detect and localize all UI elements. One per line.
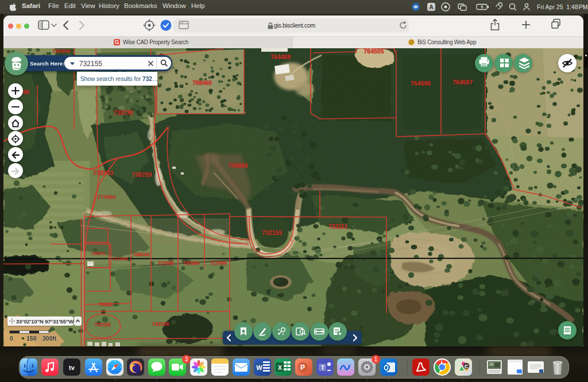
svg-text:732152: 732152 bbox=[95, 322, 111, 327]
svg-text:758868: 758868 bbox=[229, 163, 248, 169]
svg-text:A: A bbox=[429, 4, 433, 10]
svg-text:730284: 730284 bbox=[183, 260, 200, 266]
svg-text:P: P bbox=[300, 364, 305, 372]
svg-text:732151: 732151 bbox=[328, 223, 348, 230]
svg-text:tv: tv bbox=[69, 364, 75, 371]
svg-text:764596: 764596 bbox=[411, 80, 431, 87]
svg-text:T: T bbox=[321, 365, 324, 371]
svg-text:X: X bbox=[278, 364, 283, 371]
svg-text:777064: 777064 bbox=[97, 194, 115, 200]
svg-text:738743: 738743 bbox=[93, 169, 113, 176]
svg-text:764597: 764597 bbox=[452, 79, 473, 86]
svg-text:W: W bbox=[256, 364, 262, 371]
svg-text:738738: 738738 bbox=[114, 110, 133, 116]
svg-text:150: 150 bbox=[26, 335, 37, 342]
svg-text:764489: 764489 bbox=[270, 53, 291, 60]
svg-text:717069: 717069 bbox=[210, 260, 227, 266]
svg-text:730976: 730976 bbox=[91, 251, 105, 256]
svg-text:300ft: 300ft bbox=[42, 335, 57, 342]
svg-text:A-37: A-37 bbox=[345, 264, 355, 270]
svg-text:717085: 717085 bbox=[158, 260, 175, 266]
svg-text:732155: 732155 bbox=[262, 229, 282, 236]
svg-text:70291: 70291 bbox=[98, 302, 113, 307]
svg-text:C: C bbox=[465, 364, 469, 369]
svg-text:732166: 732166 bbox=[152, 321, 169, 327]
svg-text:717083: 717083 bbox=[113, 256, 128, 261]
svg-text:0: 0 bbox=[10, 335, 13, 342]
svg-text:708460: 708460 bbox=[192, 80, 212, 86]
svg-text:738759: 738759 bbox=[131, 171, 152, 178]
svg-text:730306: 730306 bbox=[52, 48, 71, 54]
svg-text:764505: 764505 bbox=[363, 48, 384, 55]
svg-text:748243: 748243 bbox=[133, 252, 150, 257]
